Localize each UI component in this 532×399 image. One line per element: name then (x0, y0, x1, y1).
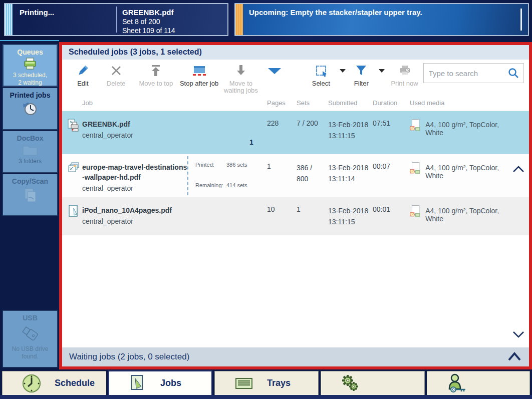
job-duration: 00:07 (373, 154, 410, 197)
document-job-icon (66, 197, 82, 235)
move-to-top-icon (150, 63, 162, 78)
job-submitted-date: 13-Feb-2018 (328, 162, 373, 173)
more-actions-button[interactable] (262, 63, 288, 74)
job-submitted-time: 13:11:14 (328, 173, 373, 184)
col-submitted: Submitted (328, 98, 373, 107)
tab-system[interactable] (321, 371, 425, 395)
filter-button[interactable]: Filter (349, 63, 374, 87)
tab-trays[interactable]: Trays (214, 371, 319, 395)
remaining-label: Remaining: (195, 182, 226, 198)
job-progress-details: Printed: 386 sets Remaining: 414 sets (191, 154, 267, 197)
usb-drive-icon (19, 323, 41, 343)
scroll-up-icon[interactable] (512, 164, 525, 174)
set-progress: Set 8 of 200 (122, 17, 175, 26)
system-gears-icon (340, 373, 361, 393)
sidebar-item-docbox: DocBox 3 folders (3, 131, 58, 173)
col-job: Job (82, 98, 191, 107)
waiting-jobs-bar[interactable]: Waiting jobs (2 jobs, 0 selected) (62, 347, 529, 366)
media-icon (410, 118, 421, 132)
job-sets: 7 / 200 (297, 111, 328, 154)
media-icon (410, 204, 421, 218)
search-input[interactable] (429, 69, 507, 78)
queues-status-line1: 3 scheduled, (4, 72, 57, 79)
search-icon[interactable] (507, 67, 519, 79)
scroll-down-icon[interactable] (512, 329, 525, 339)
alert-panel-handle (520, 9, 522, 31)
printer-status-text: Printing... (20, 8, 54, 17)
jobs-toolbar: Edit Delete Move to top (62, 60, 529, 94)
sidebar-item-usb: USB No USB drive found. (3, 310, 58, 367)
job-sets: 386 / 800 (297, 154, 328, 197)
printer-icon (22, 58, 38, 71)
docbox-folder-count: 3 folders (3, 158, 57, 165)
edit-pencil-icon (76, 63, 89, 78)
tab-operator-login[interactable] (427, 371, 530, 395)
scheduled-jobs-title: Scheduled jobs (3 jobs, 1 selected) (62, 45, 529, 60)
job-submitted-date: 13-Feb-2018 (328, 205, 373, 216)
printing-activity-stripe (5, 4, 13, 35)
sheet-progress: Sheet 109 of 114 (122, 26, 175, 35)
usb-status-text: No USB drive found. (3, 344, 57, 360)
job-row-greenbk[interactable]: GREENBK.pdf central_operator 228 7 / 200… (62, 111, 529, 154)
sidebar-item-copy-scan: Copy/Scan (3, 174, 58, 216)
bottom-tab-bar: Schedule Jobs Trays (0, 370, 532, 399)
copy-scan-icon (22, 187, 39, 205)
select-button[interactable]: Select (307, 63, 335, 87)
col-used-media: Used media (410, 98, 509, 107)
job-duration: 00:01 (373, 197, 410, 235)
job-name: europe-map-travel-destinations-wallpaper… (82, 162, 191, 182)
printed-value: 386 sets (226, 162, 267, 177)
job-owner: central_operator (82, 215, 191, 225)
stop-after-job-button[interactable]: Stop after job (178, 63, 220, 87)
printing-job-icon (66, 111, 82, 154)
queues-status-line2: 2 waiting (4, 79, 57, 87)
waiting-jobs-title: Waiting jobs (2 jobs, 0 selected) (69, 352, 189, 362)
job-submitted-time: 13:11:15 (328, 130, 373, 141)
printer-status-panel[interactable]: Printing... GREENBK.pdf Set 8 of 200 She… (4, 3, 228, 36)
warning-stripe (235, 4, 243, 35)
print-now-icon (398, 63, 411, 78)
sidebar-item-printed-jobs[interactable]: Printed jobs (3, 88, 58, 130)
delete-x-icon (110, 63, 122, 78)
scheduled-jobs-list: Job Pages Sets Submitted Duration Used m… (62, 94, 529, 347)
print-now-button: Print now (388, 63, 421, 87)
filter-funnel-icon (355, 63, 367, 78)
tab-jobs[interactable]: Jobs (108, 370, 212, 396)
set-position-marker: 1 (249, 138, 253, 146)
job-owner: central_operator (82, 182, 191, 192)
job-media: A4, 100 g/m², TopColor, White (421, 118, 509, 137)
move-to-waiting-jobs-button: Move to waiting jobs (222, 63, 260, 94)
delete-button: Delete (99, 63, 134, 87)
printed-label: Printed: (195, 162, 226, 177)
queues-label: Queues (4, 45, 57, 56)
column-header-row: Job Pages Sets Submitted Duration Used m… (62, 94, 529, 111)
chevron-down-icon (340, 69, 346, 73)
folder-icon (22, 144, 39, 157)
tab-schedule[interactable]: Schedule (2, 371, 106, 395)
sidebar: Queues 3 scheduled, 2 waiting Printed jo… (0, 40, 59, 370)
job-media: A4, 100 g/m², TopColor, White (421, 161, 509, 180)
jobs-document-icon (128, 373, 147, 393)
usb-label: USB (3, 311, 57, 322)
sidebar-item-queues[interactable]: Queues 3 scheduled, 2 waiting (3, 44, 58, 87)
job-row-europe-map[interactable]: europe-map-travel-destinations-wallpaper… (62, 154, 529, 197)
current-job-name: GREENBK.pdf (122, 8, 175, 17)
upcoming-alert-panel[interactable]: Upcoming: Empty the stacker/stapler uppe… (234, 3, 529, 36)
chevron-down-icon (379, 69, 385, 73)
move-down-arrow-icon (235, 63, 247, 78)
expand-up-icon[interactable] (507, 351, 522, 362)
col-duration: Duration (373, 98, 410, 107)
job-submitted-time: 13:11:15 (328, 216, 373, 227)
job-name: iPod_nano_10A4pages.pdf (82, 205, 191, 215)
job-row-ipod-nano[interactable]: iPod_nano_10A4pages.pdf central_operator… (62, 197, 529, 235)
job-sets: 1 (297, 197, 328, 235)
schedule-clock-icon (22, 373, 42, 393)
media-icon (410, 161, 421, 175)
copy-scan-label: Copy/Scan (3, 174, 57, 185)
job-pages: 10 (267, 197, 297, 235)
upcoming-alert-text: Upcoming: Empty the stacker/stapler uppe… (249, 8, 422, 17)
filter-dropdown-button[interactable] (376, 63, 388, 73)
select-dropdown-button[interactable] (337, 63, 349, 73)
edit-button[interactable]: Edit (69, 63, 97, 87)
move-to-top-button: Move to top (136, 63, 176, 87)
